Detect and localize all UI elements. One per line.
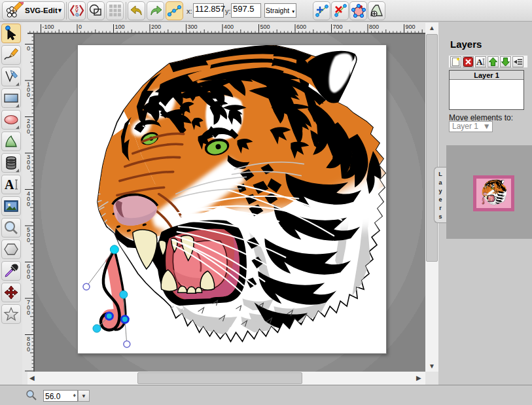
svg-text:0: 0 [27, 273, 30, 280]
svg-text:900: 900 [406, 24, 416, 30]
svg-text:500: 500 [260, 24, 270, 30]
svg-text:600: 600 [296, 24, 306, 30]
svg-text:0: 0 [27, 237, 30, 243]
svg-text:A: A [5, 177, 14, 192]
svg-text:-100: -100 [43, 24, 54, 30]
svg-text:0: 0 [27, 128, 30, 135]
svg-text:G: G [75, 12, 79, 17]
svg-text:300: 300 [188, 24, 198, 30]
svg-text:0: 0 [27, 164, 30, 171]
svg-text:0: 0 [27, 45, 30, 52]
svg-text:0: 0 [27, 92, 30, 98]
svg-text:100: 100 [115, 24, 125, 30]
svg-text:0: 0 [27, 201, 30, 207]
svg-text:700: 700 [333, 24, 343, 30]
svg-text:800: 800 [369, 24, 379, 30]
svg-text:0: 0 [27, 346, 30, 353]
svg-text:200: 200 [151, 24, 161, 30]
svg-text:400: 400 [224, 24, 234, 30]
svg-text:0: 0 [79, 24, 82, 30]
svg-text:A: A [476, 57, 483, 67]
svg-text:0: 0 [27, 309, 30, 316]
